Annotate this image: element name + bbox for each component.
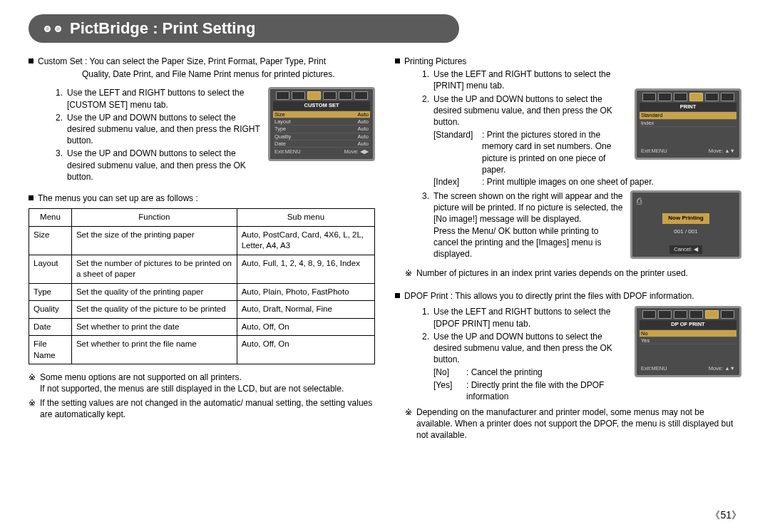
td-submenu: Auto, Off, On bbox=[237, 318, 374, 336]
lcd-header: PRINT bbox=[640, 103, 736, 111]
lcd-row-value: Auto bbox=[358, 140, 369, 147]
def-text: : Cancel the printing bbox=[466, 367, 543, 378]
td-menu: Type bbox=[29, 283, 72, 301]
lcd-tab-icon bbox=[721, 93, 734, 101]
table-row: File NameSet whether to print the file n… bbox=[29, 336, 375, 364]
note-symbol-icon: ※ bbox=[405, 267, 412, 279]
lcd-row-label: Index bbox=[641, 120, 654, 126]
td-submenu: Auto, Draft, Normal, Fine bbox=[237, 301, 374, 319]
lcd-row-value: Auto bbox=[358, 126, 369, 132]
step-number: 3. bbox=[53, 148, 63, 183]
lcd-tab-icon bbox=[276, 91, 289, 100]
lcd-tab-icon bbox=[339, 91, 352, 100]
lcd-tab-icon bbox=[642, 310, 656, 319]
index-note: Number of pictures in an index print var… bbox=[416, 267, 688, 279]
td-function: Set the number of pictures to be printed… bbox=[71, 255, 237, 283]
lcd-foot-left: Exit:MENU bbox=[641, 365, 667, 372]
def-label: [Index] bbox=[433, 176, 478, 188]
td-submenu: Auto, Full, 1, 2, 4, 8, 9, 16, Index bbox=[237, 255, 374, 283]
step-text: Use the UP and DOWN buttons to select th… bbox=[433, 331, 627, 366]
th-menu: Menu bbox=[29, 209, 72, 227]
table-row: TypeSet the quality of the printing pape… bbox=[29, 283, 375, 301]
lcd-tab-icon bbox=[721, 310, 734, 319]
left-column: Custom Set : You can select the Paper Si… bbox=[29, 53, 375, 441]
td-menu: File Name bbox=[29, 336, 72, 364]
lcd-tab-icon bbox=[705, 310, 719, 319]
lcd-row-label: Type bbox=[274, 126, 286, 132]
lcd-dpof: DP OF PRINT No Yes Exit:MENUMove: ▲▼ bbox=[635, 306, 741, 377]
lcd-header: DP OF PRINT bbox=[640, 320, 736, 329]
table-row: QualitySet the quality of the picture to… bbox=[29, 301, 375, 319]
lcd-print: PRINT Standard Index Exit:MENUMove: ▲▼ bbox=[635, 88, 741, 160]
step-number: 2. bbox=[53, 112, 63, 147]
td-menu: Size bbox=[29, 226, 72, 255]
step-text: Use the LEFT and RIGHT buttons to select… bbox=[433, 68, 627, 91]
table-header-row: Menu Function Sub menu bbox=[29, 209, 375, 227]
note-symbol-icon: ※ bbox=[405, 406, 412, 441]
title-dot-icon bbox=[44, 26, 51, 32]
note-symbol-icon: ※ bbox=[29, 372, 36, 394]
printer-icon: ⎙ bbox=[637, 195, 642, 207]
lcd-custom-set: CUSTOM SET SizeAuto LayoutAuto TypeAuto … bbox=[268, 87, 375, 160]
note-text: Some menu options are not supported on a… bbox=[40, 372, 344, 394]
lcd-header: CUSTOM SET bbox=[273, 101, 370, 110]
lcd-row-label: Date bbox=[274, 140, 286, 147]
td-function: Set the quality of the picture to be pri… bbox=[71, 301, 237, 319]
step-number: 1. bbox=[419, 306, 429, 329]
note-text: If the setting values are not changed in… bbox=[40, 397, 375, 420]
square-bullet-icon bbox=[395, 58, 400, 63]
square-bullet-icon bbox=[395, 293, 400, 298]
step-text: Use the LEFT and RIGHT buttons to select… bbox=[433, 306, 627, 329]
square-bullet-icon bbox=[29, 58, 34, 63]
lcd-tab-icon bbox=[354, 91, 368, 100]
def-text: : Directly print the file with the DPOF … bbox=[466, 379, 627, 402]
td-menu: Layout bbox=[29, 255, 72, 283]
lcd-row-label: No bbox=[641, 330, 648, 337]
step-text: Use the UP and DOWN buttons to select th… bbox=[67, 148, 261, 183]
title-dot-icon bbox=[55, 26, 61, 32]
def-label: [Standard] bbox=[433, 129, 478, 175]
lcd-foot-right: Move: ▲▼ bbox=[709, 365, 735, 372]
custom-set-heading: Custom Set : You can select the Paper Si… bbox=[38, 56, 326, 66]
def-label: [No] bbox=[433, 367, 462, 378]
lcd-row-value: Auto bbox=[358, 111, 369, 118]
printing-heading: Printing Pictures bbox=[404, 56, 466, 67]
lcd-foot-right: Move: ▲▼ bbox=[709, 148, 735, 155]
td-submenu: Auto, Off, On bbox=[237, 336, 374, 364]
menus-heading: The menus you can set up are as follows … bbox=[38, 193, 198, 204]
step-number: 2. bbox=[419, 331, 429, 366]
td-function: Set the quality of the printing paper bbox=[71, 283, 237, 301]
lcd-foot-right: Move: ◀▶ bbox=[344, 148, 369, 155]
def-text: : Print the pictures stored in the memor… bbox=[482, 129, 627, 175]
td-menu: Quality bbox=[29, 301, 72, 319]
td-function: Set whether to print the file name bbox=[71, 336, 237, 364]
td-submenu: Auto, Plain, Photo, FastPhoto bbox=[237, 283, 374, 301]
table-row: SizeSet the size of the printing paperAu… bbox=[29, 226, 375, 255]
lcd-row-label: Layout bbox=[274, 118, 291, 125]
right-column: Printing Pictures PRINT Standard Inde bbox=[395, 53, 741, 441]
lcd-tab-icon bbox=[292, 91, 305, 100]
lcd-foot-left: Exit:MENU bbox=[274, 148, 301, 155]
page-title-bar: PictBridge : Print Setting bbox=[29, 14, 459, 43]
custom-set-heading-line2: Quality, Date Print, and File Name Print… bbox=[82, 69, 335, 79]
note-symbol-icon: ※ bbox=[29, 397, 36, 420]
step-text: The screen shown on the right will appea… bbox=[433, 190, 623, 260]
step-number: 2. bbox=[419, 93, 429, 128]
dpof-heading: DPOF Print : This allows you to directly… bbox=[404, 290, 694, 302]
lcd-tab-icon bbox=[674, 310, 687, 319]
lcd-tab-icon bbox=[323, 91, 337, 100]
page-number: 《51》 bbox=[710, 509, 741, 522]
def-text: : Print multiple images on one sheet of … bbox=[482, 176, 654, 188]
td-function: Set the size of the printing paper bbox=[71, 226, 237, 255]
lcd-tab-icon bbox=[642, 93, 656, 101]
lcd-tab-icon bbox=[658, 310, 672, 319]
td-submenu: Auto, PostCard, Card, 4X6, L, 2L, Letter… bbox=[237, 226, 374, 255]
def-label: [Yes] bbox=[433, 379, 462, 402]
step-text: Use the LEFT and RIGHT buttons to select… bbox=[67, 87, 261, 110]
th-submenu: Sub menu bbox=[237, 209, 374, 227]
lcd-row-label: Size bbox=[274, 111, 285, 118]
lcd-row-value: Auto bbox=[358, 133, 369, 140]
step-number: 3. bbox=[419, 190, 429, 260]
lcd-foot-left: Exit:MENU bbox=[641, 148, 667, 155]
now-printing-count: 001 / 001 bbox=[674, 228, 697, 236]
